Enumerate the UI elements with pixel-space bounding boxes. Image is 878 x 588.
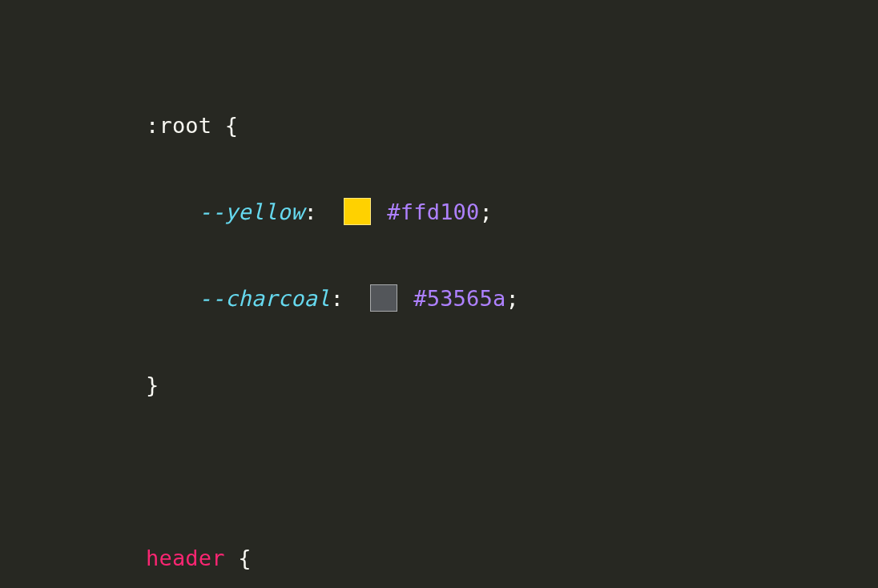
selector-header: header (146, 546, 225, 570)
code-line: --yellow: #ffd100; (146, 191, 878, 234)
code-editor[interactable]: :root { --yellow: #ffd100; --charcoal: #… (0, 0, 878, 588)
css-hex-value: #ffd100 (387, 199, 479, 224)
indent (146, 191, 199, 234)
brace-close: } (146, 373, 159, 397)
code-line: --charcoal: #53565a; (146, 277, 878, 320)
code-line: :root { (146, 104, 878, 147)
colon: : (304, 199, 316, 224)
css-variable-name: --yellow (199, 199, 304, 224)
selector-root: :root (146, 113, 211, 138)
indent (146, 277, 199, 320)
code-line: } (146, 364, 878, 407)
color-swatch-charcoal (370, 284, 397, 312)
css-variable-name: --charcoal (199, 286, 331, 311)
brace-open: { (225, 113, 238, 138)
brace-open: { (238, 546, 251, 570)
semicolon: ; (480, 199, 493, 224)
code-line: header { (146, 537, 878, 580)
colon: : (330, 286, 343, 311)
code-blank-line (146, 450, 878, 493)
semicolon: ; (505, 286, 518, 311)
css-hex-value: #53565a (413, 286, 505, 311)
color-swatch-yellow (344, 198, 371, 225)
